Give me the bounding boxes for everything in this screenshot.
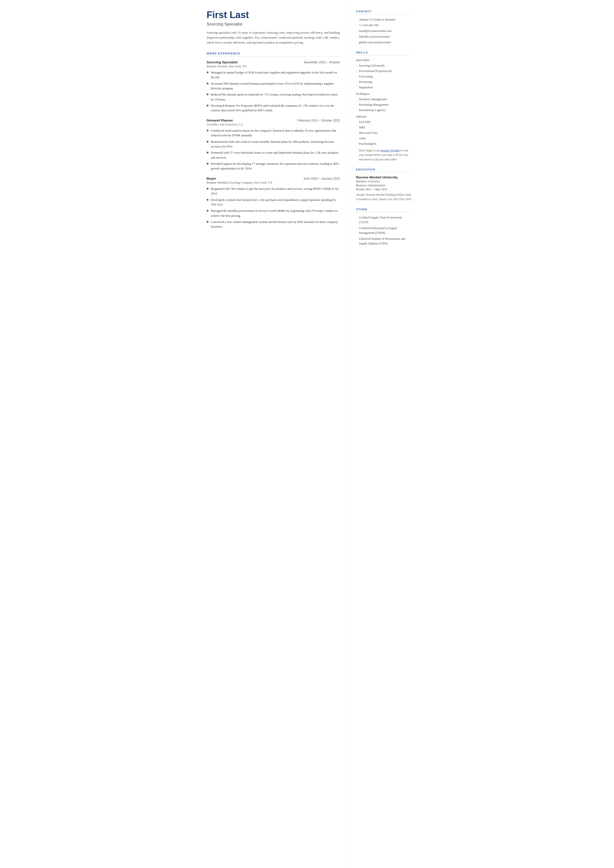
job-bullets-1: Managed an annual budget of $1M to purch… bbox=[207, 70, 340, 113]
technique-3: International Logistics bbox=[356, 108, 411, 112]
job-company-2: Growthsi, San Francisco, CA bbox=[207, 123, 340, 126]
promo-text: Don't forget to use Resume Worded to sca… bbox=[356, 149, 411, 161]
bullet-2-3: Partnered with 27 cross-functional teams… bbox=[207, 151, 340, 160]
job-dates-1: November 2015 – Present bbox=[304, 61, 340, 64]
job-company-3: Resume Worded's Exciting Company, New Yo… bbox=[207, 181, 340, 185]
other-item-3: Chartered Institute of Procurement and S… bbox=[356, 236, 411, 246]
contact-linkedin: linkedin.com/in/username bbox=[356, 34, 411, 39]
job-company-1: Resume Worded, New York, NY bbox=[207, 65, 340, 68]
contact-github: github.com/resumeworded bbox=[356, 40, 411, 45]
software-2: MRP bbox=[356, 125, 411, 130]
promo-link[interactable]: Resume Worded bbox=[381, 149, 400, 152]
name: First Last bbox=[207, 10, 340, 20]
bullet-1-3: Reduced the amount spent on materials by… bbox=[207, 92, 340, 102]
software-list: SAP ERP MRP Microsoft Visio Ariba Purcha… bbox=[356, 120, 411, 146]
edu-location-date: Boston, MA — May 2010 bbox=[356, 188, 411, 191]
other-section: OTHER Certified Supply Chain Professiona… bbox=[356, 208, 411, 246]
work-experience-section: WORK EXPERIENCE Sourcing Specialist Nove… bbox=[207, 52, 340, 229]
technique-2: Purchasing Management bbox=[356, 102, 411, 107]
bullet-2-4: Provided support for developing 17 strat… bbox=[207, 161, 340, 171]
bullet-3-3: Managed the monthly procurement of servi… bbox=[207, 209, 340, 218]
contact-email: email@resumeworded.com bbox=[356, 29, 411, 33]
bullet-1-4: Developed Request For Proposals (RFPs) a… bbox=[207, 103, 340, 113]
job-header-3: Buyer June 2010 – January 2013 bbox=[207, 177, 340, 180]
edu-degree: Bachelor of Science bbox=[356, 180, 411, 183]
bullet-3-1: Bargained with 780 vendors to get the be… bbox=[207, 186, 340, 196]
education-section: EDUCATION Resume Worded University Bache… bbox=[356, 168, 411, 202]
technique-1: Inventory Management bbox=[356, 97, 411, 101]
contact-location: Atlanta, GA (Open to Remote) bbox=[356, 17, 411, 22]
software-5: PurchasingNet bbox=[356, 141, 411, 146]
education-header: EDUCATION bbox=[356, 168, 411, 172]
bullet-dot bbox=[207, 199, 208, 201]
bullet-dot bbox=[207, 141, 208, 143]
skills-section: SKILLS Hard Skills: Sourcing (Advanced) … bbox=[356, 51, 411, 161]
job-dates-3: June 2010 – January 2013 bbox=[303, 177, 340, 180]
software-label: Software: bbox=[356, 115, 411, 118]
techniques-label: Techniques: bbox=[356, 92, 411, 96]
edu-awards: Awards: Resume Worded Teaching Fellow (o… bbox=[356, 193, 411, 202]
bullet-dot bbox=[207, 105, 208, 106]
bullet-3-4: Conceived a new vendor management system… bbox=[207, 220, 340, 229]
hard-skill-2: Procurement (Experienced) bbox=[356, 69, 411, 73]
bullet-dot bbox=[207, 152, 208, 154]
bullet-dot bbox=[207, 210, 208, 211]
job-header-1: Sourcing Specialist November 2015 – Pres… bbox=[207, 61, 340, 64]
job-bullets-3: Bargained with 780 vendors to get the be… bbox=[207, 186, 340, 229]
bullet-dot bbox=[207, 188, 208, 189]
bullet-dot bbox=[207, 93, 208, 95]
bullet-2-2: Brainstormed with sales team to create m… bbox=[207, 140, 340, 149]
bullet-1-2: Increased 200 minority-owned business pa… bbox=[207, 81, 340, 91]
contact-section: CONTACT Atlanta, GA (Open to Remote) +1-… bbox=[356, 10, 411, 45]
job-title-header: Sourcing Specialist bbox=[207, 22, 340, 27]
bullet-3-2: Developed a system that tracked over 1.3… bbox=[207, 198, 340, 207]
job-title-2: Demand Planner bbox=[207, 118, 233, 122]
hard-skill-5: Negotiation bbox=[356, 85, 411, 90]
other-header: OTHER bbox=[356, 208, 411, 212]
other-item-2: Certified Professional in Supply Managem… bbox=[356, 226, 411, 235]
work-experience-header: WORK EXPERIENCE bbox=[207, 52, 340, 56]
resume-page: First Last Sourcing Specialist Sourcing … bbox=[196, 0, 419, 868]
hard-skill-3: Forecasting bbox=[356, 74, 411, 79]
job-title-3: Buyer bbox=[207, 177, 216, 180]
software-4: Ariba bbox=[356, 136, 411, 141]
job-title-1: Sourcing Specialist bbox=[207, 61, 238, 64]
promo-before: Don't forget to use bbox=[359, 149, 381, 152]
job-bullets-2: Conducted trend analysis based on the co… bbox=[207, 129, 340, 171]
job-buyer: Buyer June 2010 – January 2013 Resume Wo… bbox=[207, 177, 340, 229]
hard-skills-list: Sourcing (Advanced) Procurement (Experie… bbox=[356, 63, 411, 90]
bullet-dot bbox=[207, 71, 208, 73]
hard-skill-1: Sourcing (Advanced) bbox=[356, 63, 411, 68]
hard-skill-4: Purchasing bbox=[356, 80, 411, 84]
techniques-list: Inventory Management Purchasing Manageme… bbox=[356, 97, 411, 112]
summary: Sourcing specialist with 10 years of exp… bbox=[207, 30, 340, 45]
other-item-1: Certified Supply Chain Professional (CSC… bbox=[356, 215, 411, 224]
edu-field: Business Administration bbox=[356, 183, 411, 187]
bullet-dot bbox=[207, 130, 208, 131]
bullet-2-1: Conducted trend analysis based on the co… bbox=[207, 129, 340, 138]
contact-list: Atlanta, GA (Open to Remote) +1-234-456-… bbox=[356, 17, 411, 45]
skills-header: SKILLS bbox=[356, 51, 411, 56]
bullet-dot bbox=[207, 83, 208, 84]
software-3: Microsoft Visio bbox=[356, 130, 411, 135]
other-list: Certified Supply Chain Professional (CSC… bbox=[356, 215, 411, 246]
contact-phone: +1-234-456-789 bbox=[356, 23, 411, 28]
bullet-dot bbox=[207, 221, 208, 223]
left-column: First Last Sourcing Specialist Sourcing … bbox=[196, 0, 349, 868]
job-dates-2: February 2013 – October 2015 bbox=[298, 119, 340, 122]
software-1: SAP ERP bbox=[356, 120, 411, 124]
job-header-2: Demand Planner February 2013 – October 2… bbox=[207, 118, 340, 122]
right-column: CONTACT Atlanta, GA (Open to Remote) +1-… bbox=[349, 0, 419, 868]
bullet-1-1: Managed an annual budget of $1M to purch… bbox=[207, 70, 340, 80]
contact-header: CONTACT bbox=[356, 10, 411, 14]
edu-school: Resume Worded University bbox=[356, 175, 411, 179]
hard-skills-label: Hard Skills: bbox=[356, 58, 411, 62]
bullet-dot bbox=[207, 163, 208, 165]
job-demand-planner: Demand Planner February 2013 – October 2… bbox=[207, 118, 340, 171]
job-sourcing-specialist: Sourcing Specialist November 2015 – Pres… bbox=[207, 61, 340, 113]
